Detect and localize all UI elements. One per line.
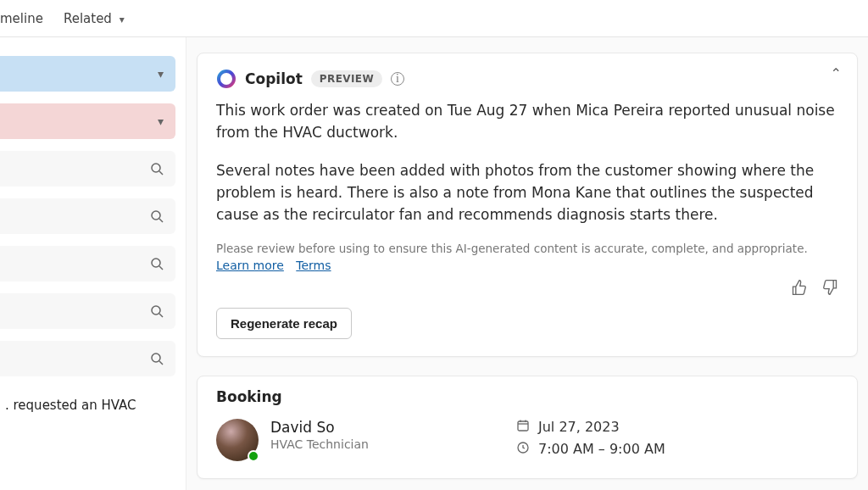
booking-card: Booking David So HVAC Technician Jul 27,… xyxy=(197,376,858,479)
svg-line-5 xyxy=(159,266,163,270)
search-icon[interactable] xyxy=(150,257,164,270)
search-icon[interactable] xyxy=(150,304,164,318)
svg-point-2 xyxy=(152,211,160,220)
calendar-icon xyxy=(516,419,530,436)
search-icon[interactable] xyxy=(150,209,164,223)
info-icon[interactable]: i xyxy=(391,72,404,86)
chevron-down-icon[interactable]: ▾ xyxy=(158,114,164,128)
feedback-row xyxy=(216,279,838,299)
booking-date: Jul 27, 2023 xyxy=(538,419,620,435)
avatar[interactable] xyxy=(216,419,259,461)
left-panel-item-5[interactable] xyxy=(0,246,175,281)
copilot-links: Learn more Terms xyxy=(216,259,838,272)
svg-point-0 xyxy=(152,164,160,172)
svg-point-6 xyxy=(152,306,160,315)
svg-point-8 xyxy=(152,354,160,362)
main-content: ⌃ Copilot PREVIEW xyxy=(186,37,868,490)
presence-available-icon xyxy=(248,450,259,462)
left-panel-item-7[interactable] xyxy=(0,341,175,376)
booking-resource-role: HVAC Technician xyxy=(270,437,516,451)
booking-section-title: Booking xyxy=(216,388,838,405)
search-icon[interactable] xyxy=(150,352,164,365)
tab-bar: meline Related ▾ xyxy=(0,0,868,37)
learn-more-link[interactable]: Learn more xyxy=(216,259,284,272)
copilot-title: Copilot xyxy=(245,70,303,87)
svg-point-4 xyxy=(152,259,160,267)
left-panel-item-6[interactable] xyxy=(0,293,175,329)
ai-disclaimer: Please review before using to ensure thi… xyxy=(216,242,838,255)
left-panel-item-3[interactable] xyxy=(0,151,175,187)
collapse-icon[interactable]: ⌃ xyxy=(831,65,842,81)
preview-badge: PREVIEW xyxy=(311,70,382,87)
booking-time: 7:00 AM – 9:00 AM xyxy=(538,441,665,457)
regenerate-recap-button[interactable]: Regenerate recap xyxy=(216,308,352,339)
left-panel-footer-text: . requested an HVAC xyxy=(0,388,186,415)
svg-point-10 xyxy=(219,71,234,86)
tab-timeline[interactable]: meline xyxy=(0,3,43,35)
chevron-down-icon: ▾ xyxy=(120,14,125,25)
left-panel-item-2[interactable]: ▾ xyxy=(0,103,175,139)
copilot-recap-card: ⌃ Copilot PREVIEW xyxy=(197,53,858,357)
booking-when: Jul 27, 2023 7:00 AM – 9:00 AM xyxy=(516,419,665,458)
chevron-down-icon[interactable]: ▾ xyxy=(158,67,164,81)
copilot-summary: This work order was created on Tue Aug 2… xyxy=(216,99,838,226)
copilot-header: Copilot PREVIEW i xyxy=(216,69,838,89)
svg-line-9 xyxy=(159,361,163,365)
thumbs-down-icon[interactable] xyxy=(821,279,838,299)
copilot-icon xyxy=(216,69,236,89)
left-panel: ▾ ▾ . requ xyxy=(0,37,186,490)
svg-line-3 xyxy=(159,219,163,222)
copilot-summary-p1: This work order was created on Tue Aug 2… xyxy=(216,99,838,144)
svg-line-1 xyxy=(159,171,163,175)
terms-link[interactable]: Terms xyxy=(296,259,331,272)
tab-related[interactable]: Related ▾ xyxy=(64,3,125,35)
clock-icon xyxy=(516,441,530,458)
search-icon[interactable] xyxy=(150,162,164,175)
thumbs-up-icon[interactable] xyxy=(791,279,808,299)
svg-line-7 xyxy=(159,314,163,317)
left-panel-item-1[interactable]: ▾ xyxy=(0,56,175,92)
booking-resource-name: David So xyxy=(270,419,516,436)
booking-resource: David So HVAC Technician xyxy=(270,419,516,451)
booking-row: David So HVAC Technician Jul 27, 2023 xyxy=(216,419,838,461)
copilot-summary-p2: Several notes have been added with photo… xyxy=(216,159,838,226)
tab-related-label: Related xyxy=(64,11,112,26)
svg-rect-11 xyxy=(518,421,528,431)
left-panel-item-4[interactable] xyxy=(0,198,175,234)
tab-timeline-label: meline xyxy=(0,11,43,26)
